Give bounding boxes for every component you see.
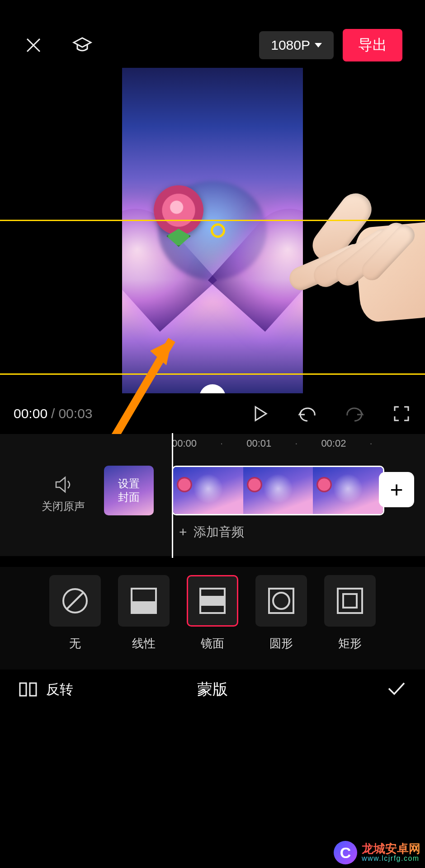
mask-option-circle[interactable]: 圆形 [255,575,307,651]
undo-button[interactable] [298,404,317,424]
linear-mask-icon [128,585,160,617]
watermark-url: www.lcjrfg.com [362,855,420,863]
invert-icon [18,680,38,698]
watermark-badge-letter: C [340,844,351,862]
play-icon [253,405,268,422]
ruler-tick: 00:00 [172,438,197,449]
export-button[interactable]: 导出 [343,29,402,61]
plus-icon: + [179,524,187,540]
transport-controls [250,404,411,424]
invert-label: 反转 [46,680,73,699]
svg-point-9 [273,593,289,609]
svg-rect-7 [200,596,225,606]
close-button[interactable] [23,34,44,56]
topbar: 1080P 导出 [0,27,425,63]
topbar-left [23,34,93,56]
svg-rect-13 [30,683,36,696]
double-chevron-down-icon [206,391,219,393]
ruler-dot: · [369,438,372,449]
mask-label: 镜面 [201,636,224,651]
fullscreen-button[interactable] [392,404,411,424]
mask-anchor-button[interactable] [199,384,226,393]
set-cover-thumb[interactable]: 设置 封面 [104,466,154,515]
preview-canvas[interactable] [122,68,303,393]
svg-rect-10 [338,589,362,613]
rose-graphic [154,185,203,235]
redo-button[interactable] [345,404,364,424]
panel-title: 蒙版 [197,679,228,700]
duration: 00:03 [58,406,92,421]
current-time: 00:00 [14,406,47,421]
mirror-mask-icon [197,585,228,617]
resolution-label: 1080P [271,38,310,53]
undo-icon [298,406,317,422]
circle-mask-icon [265,585,297,617]
mask-guideline-bottom[interactable] [0,373,425,375]
mask-option-mirror[interactable]: 镜面 [187,575,238,651]
confirm-button[interactable] [386,680,407,698]
mute-original-audio[interactable]: 关闭原声 [32,476,95,514]
mask-option-none[interactable]: 无 [49,575,101,651]
mask-label: 线性 [132,636,156,651]
resolution-selector[interactable]: 1080P [259,31,334,59]
fullscreen-icon [393,405,410,422]
graduation-cap-icon [72,36,93,54]
close-icon [24,36,42,54]
none-icon [61,587,89,615]
check-icon [386,680,407,697]
speaker-icon [53,476,73,494]
touch-indicator-ring [211,223,225,238]
transport-bar: 00:00/00:03 [0,398,425,429]
clip-frame [173,467,243,514]
mask-label: 矩形 [338,636,362,651]
clip-frame [313,467,383,514]
svg-line-3 [67,593,83,609]
watermark-badge: C [334,841,357,864]
chevron-down-icon [315,43,322,47]
mask-items: 无 线性 镜面 圆形 矩形 [14,575,411,651]
playhead[interactable] [172,433,173,558]
ruler-tick: 00:02 [321,438,346,449]
mask-label: 圆形 [269,636,293,651]
time-display: 00:00/00:03 [14,406,93,421]
preview-area [0,68,425,393]
ruler-dot: · [295,438,298,449]
watermark: C 龙城安卓网 www.lcjrfg.com [334,841,420,864]
mute-label: 关闭原声 [42,499,85,514]
rect-mask-icon [334,585,366,617]
svg-rect-11 [343,594,357,608]
tutorial-button[interactable] [71,34,93,56]
mask-options-row: 无 线性 镜面 圆形 矩形 [0,567,425,670]
panel-footer: 反转 蒙版 [0,669,425,710]
mask-option-rect[interactable]: 矩形 [324,575,376,651]
set-cover-label: 设置 封面 [118,477,140,504]
topbar-right: 1080P 导出 [259,29,402,61]
clip-strip[interactable] [172,466,384,515]
timeline-ruler: 00:00 · 00:01 · 00:02 · [172,438,407,449]
mask-option-linear[interactable]: 线性 [118,575,170,651]
ruler-tick: 00:01 [246,438,271,449]
play-button[interactable] [250,404,270,424]
add-clip-button[interactable]: + [379,472,414,507]
timeline: 00:00 · 00:01 · 00:02 · 关闭原声 设置 封面 + + 添… [0,434,425,556]
svg-rect-5 [132,601,156,613]
ruler-dot: · [220,438,223,449]
plus-icon: + [390,476,403,503]
export-label: 导出 [358,37,387,53]
mask-label: 无 [69,636,81,651]
clip-frame [243,467,313,514]
add-audio-button[interactable]: + 添加音频 [179,524,244,541]
invert-button[interactable]: 反转 [18,680,73,699]
svg-rect-12 [20,683,26,696]
redo-icon [345,406,364,422]
add-audio-label: 添加音频 [194,524,244,541]
watermark-brand: 龙城安卓网 [362,843,420,855]
mask-guideline-top[interactable] [0,220,425,221]
